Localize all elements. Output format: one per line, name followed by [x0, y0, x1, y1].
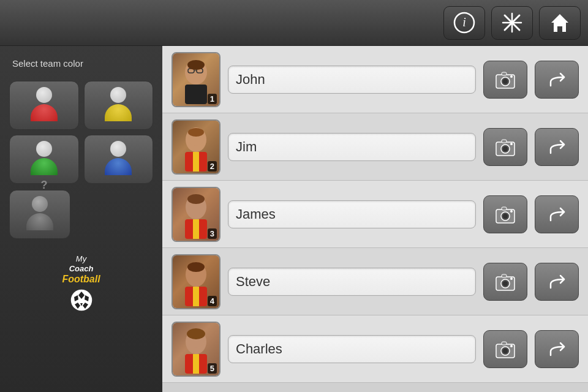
svg-point-35 — [510, 143, 513, 145]
svg-point-60 — [187, 328, 205, 339]
player-1-share-button[interactable] — [535, 61, 579, 99]
player-5-name-input[interactable] — [228, 335, 476, 363]
player-3-share-button[interactable] — [535, 195, 579, 233]
color-red-button[interactable] — [9, 81, 79, 130]
player-2-share-button[interactable] — [535, 128, 579, 166]
svg-rect-58 — [193, 354, 199, 374]
person-blue-icon — [102, 141, 135, 178]
player-row: 3 — [162, 181, 588, 248]
player-5-camera-button[interactable] — [483, 330, 527, 368]
player-4-name-input[interactable] — [228, 268, 476, 296]
color-green-button[interactable] — [9, 135, 79, 184]
svg-rect-44 — [502, 207, 507, 210]
player-2-number: 2 — [208, 161, 217, 172]
color-grid — [9, 81, 153, 184]
svg-point-45 — [510, 210, 513, 213]
player-row: 5 — [162, 315, 588, 383]
player-1-camera-button[interactable] — [483, 61, 527, 99]
player-2-name-input[interactable] — [228, 133, 476, 161]
svg-point-30 — [188, 128, 204, 137]
player-3-camera-button[interactable] — [483, 195, 527, 233]
person-yellow-icon — [102, 87, 135, 124]
sidebar: Select team color — [0, 46, 162, 392]
svg-point-43 — [503, 214, 508, 219]
svg-point-55 — [510, 277, 513, 280]
svg-point-50 — [187, 262, 205, 272]
toolbar: i — [0, 0, 588, 46]
app-store-button[interactable] — [491, 6, 533, 40]
svg-rect-15 — [185, 85, 207, 104]
logo-coach: Coach — [69, 264, 94, 273]
svg-point-20 — [187, 60, 205, 70]
player-2-photo-wrap: 2 — [172, 119, 221, 175]
player-3-name-input[interactable] — [228, 200, 476, 228]
svg-rect-64 — [502, 342, 507, 345]
app-logo: My Coach Football — [62, 254, 100, 312]
svg-rect-28 — [193, 152, 199, 172]
color-unknown-button[interactable]: ? — [9, 190, 70, 239]
color-yellow-button[interactable] — [84, 81, 154, 130]
player-1-number: 1 — [208, 94, 217, 104]
color-blue-button[interactable] — [84, 135, 154, 184]
player-1-name-input[interactable] — [228, 66, 476, 94]
player-row: 2 — [162, 113, 588, 181]
svg-point-63 — [503, 349, 508, 353]
soccer-ball-icon — [69, 288, 94, 312]
player-row: 1 — [162, 46, 588, 113]
svg-rect-38 — [193, 219, 199, 239]
player-1-photo-wrap: 1 — [172, 52, 221, 107]
svg-point-25 — [510, 75, 513, 78]
svg-point-53 — [503, 281, 508, 286]
person-red-icon — [27, 87, 61, 124]
svg-point-33 — [503, 146, 508, 151]
player-4-number: 4 — [208, 296, 217, 306]
player-4-share-button[interactable] — [535, 263, 579, 301]
player-5-photo-wrap: 5 — [172, 322, 221, 377]
svg-rect-24 — [502, 72, 507, 75]
person-green-icon — [27, 141, 61, 178]
player-5-number: 5 — [208, 363, 217, 374]
svg-point-65 — [510, 345, 513, 347]
main-content: Select team color — [0, 46, 588, 392]
logo-my: My — [76, 254, 86, 263]
person-unknown-icon: ? — [23, 196, 57, 233]
svg-point-40 — [187, 194, 205, 204]
player-3-number: 3 — [208, 228, 217, 239]
svg-marker-6 — [551, 14, 568, 32]
info-button[interactable]: i — [443, 6, 485, 40]
svg-text:i: i — [462, 15, 466, 29]
svg-point-23 — [503, 79, 508, 84]
player-3-photo-wrap: 3 — [172, 187, 221, 242]
player-5-share-button[interactable] — [535, 330, 579, 368]
svg-rect-34 — [502, 140, 507, 143]
player-2-camera-button[interactable] — [483, 128, 527, 166]
player-list: 1 — [162, 46, 588, 392]
logo-football: Football — [62, 274, 100, 284]
player-row: 4 — [162, 248, 588, 315]
player-4-photo-wrap: 4 — [172, 254, 221, 309]
home-button[interactable] — [539, 6, 581, 40]
svg-rect-54 — [502, 274, 507, 277]
sidebar-title: Select team color — [12, 58, 83, 69]
player-4-camera-button[interactable] — [483, 263, 527, 301]
svg-rect-48 — [193, 287, 199, 306]
